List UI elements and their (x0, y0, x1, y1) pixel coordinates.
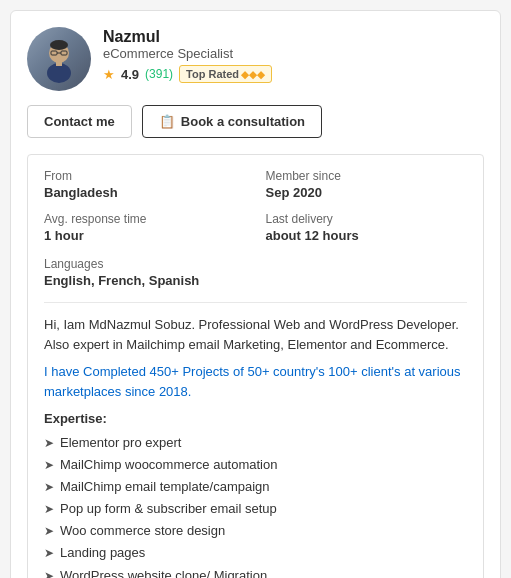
avg-response-label: Avg. response time (44, 212, 246, 226)
bio-paragraph-1: Hi, Iam MdNazmul Sobuz. Professional Web… (44, 315, 467, 354)
profile-header: Nazmul eCommerce Specialist ★ 4.9 (391) … (27, 27, 484, 91)
last-delivery-item: Last delivery about 12 hours (266, 212, 468, 243)
member-since-value: Sep 2020 (266, 185, 468, 200)
from-item: From Bangladesh (44, 169, 246, 200)
list-item: ➤WordPress website clone/ Migration (44, 565, 467, 578)
profile-card: Nazmul eCommerce Specialist ★ 4.9 (391) … (10, 10, 501, 578)
rating-row: ★ 4.9 (391) Top Rated ◆◆◆ (103, 65, 484, 83)
last-delivery-label: Last delivery (266, 212, 468, 226)
list-item: ➤Elementor pro expert (44, 432, 467, 454)
calendar-icon: 📋 (159, 114, 175, 129)
arrow-icon: ➤ (44, 521, 54, 541)
avg-response-value: 1 hour (44, 228, 246, 243)
bio-paragraph-2: I have Completed 450+ Projects of 50+ co… (44, 362, 467, 401)
top-rated-badge: Top Rated ◆◆◆ (179, 65, 272, 83)
expertise-item-text: Pop up form & subscriber email setup (60, 498, 277, 520)
top-rated-label: Top Rated (186, 68, 239, 80)
expertise-item-text: MailChimp email template/campaign (60, 476, 270, 498)
from-label: From (44, 169, 246, 183)
arrow-icon: ➤ (44, 566, 54, 578)
profile-info: Nazmul eCommerce Specialist ★ 4.9 (391) … (103, 27, 484, 83)
action-buttons: Contact me 📋 Book a consultation (27, 105, 484, 138)
consultation-button[interactable]: 📋 Book a consultation (142, 105, 322, 138)
star-icon: ★ (103, 67, 115, 82)
list-item: ➤Pop up form & subscriber email setup (44, 498, 467, 520)
consultation-label: Book a consultation (181, 114, 305, 129)
list-item: ➤MailChimp email template/campaign (44, 476, 467, 498)
languages-item: Languages English, French, Spanish (44, 257, 467, 288)
arrow-icon: ➤ (44, 477, 54, 497)
contact-label: Contact me (44, 114, 115, 129)
list-item: ➤MailChimp woocommerce automation (44, 454, 467, 476)
list-item: ➤Woo commerce store design (44, 520, 467, 542)
member-since-label: Member since (266, 169, 468, 183)
divider (44, 302, 467, 303)
avatar (27, 27, 91, 91)
info-section: From Bangladesh Member since Sep 2020 Av… (27, 154, 484, 578)
expertise-item-text: WordPress website clone/ Migration (60, 565, 267, 578)
languages-value: English, French, Spanish (44, 273, 467, 288)
from-value: Bangladesh (44, 185, 246, 200)
member-since-item: Member since Sep 2020 (266, 169, 468, 200)
arrow-icon: ➤ (44, 433, 54, 453)
contact-button[interactable]: Contact me (27, 105, 132, 138)
profile-title: eCommerce Specialist (103, 46, 484, 61)
expertise-list: ➤Elementor pro expert➤MailChimp woocomme… (44, 432, 467, 578)
info-grid: From Bangladesh Member since Sep 2020 Av… (44, 169, 467, 243)
expertise-item-text: Elementor pro expert (60, 432, 181, 454)
svg-point-3 (50, 40, 68, 50)
expertise-title: Expertise: (44, 411, 467, 426)
languages-label: Languages (44, 257, 467, 271)
avatar-image (35, 35, 83, 83)
expertise-item-text: Landing pages (60, 542, 145, 564)
rating-score: 4.9 (121, 67, 139, 82)
expertise-item-text: Woo commerce store design (60, 520, 225, 542)
review-count: (391) (145, 67, 173, 81)
avg-response-item: Avg. response time 1 hour (44, 212, 246, 243)
list-item: ➤Landing pages (44, 542, 467, 564)
arrow-icon: ➤ (44, 543, 54, 563)
arrow-icon: ➤ (44, 455, 54, 475)
expertise-item-text: MailChimp woocommerce automation (60, 454, 277, 476)
svg-rect-8 (56, 61, 62, 66)
profile-name: Nazmul (103, 27, 484, 46)
last-delivery-value: about 12 hours (266, 228, 468, 243)
diamond-icons: ◆◆◆ (241, 69, 265, 80)
arrow-icon: ➤ (44, 499, 54, 519)
